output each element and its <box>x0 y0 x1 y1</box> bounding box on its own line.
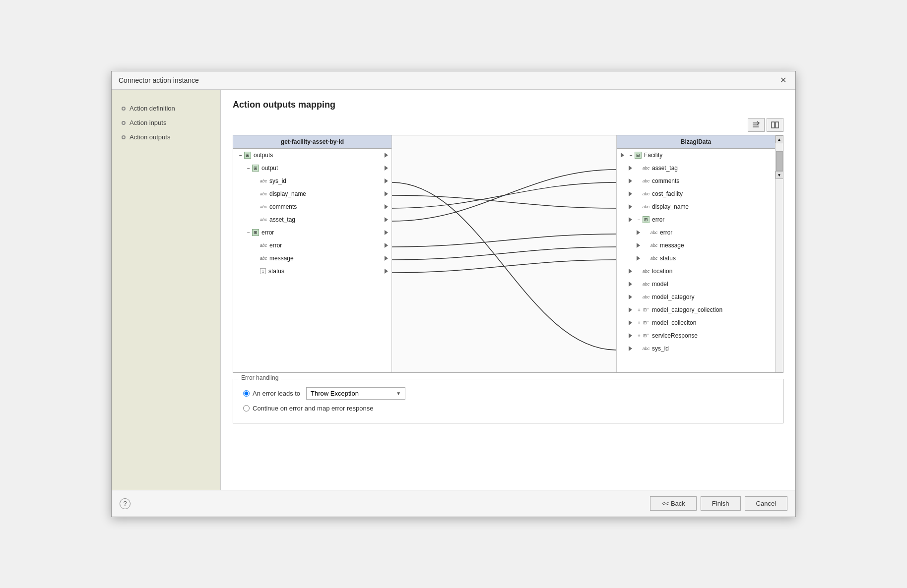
sidebar-item-action-outputs[interactable]: Action outputs <box>122 133 210 141</box>
tree-item-label: serviceResponse <box>652 332 698 339</box>
expand-icon[interactable]: − <box>237 152 244 159</box>
radio1-label[interactable]: An error leads to <box>243 390 300 397</box>
left-arrow-icon <box>637 230 642 235</box>
expand-icon <box>253 242 260 249</box>
help-button[interactable]: ? <box>120 498 130 509</box>
right-tree-items: −⊞Facilityabcasset_tagabccommentsabccost… <box>617 149 775 355</box>
left-arrow-icon <box>637 256 642 261</box>
expand-icon[interactable]: + <box>636 306 643 313</box>
scrollbar-thumb[interactable] <box>776 151 783 171</box>
tree-item-label: sys_id <box>269 177 286 184</box>
right-arrow-icon <box>385 269 389 274</box>
right-arrow-icon <box>385 243 389 248</box>
left-arrow-icon <box>629 320 634 325</box>
scroll-down-button[interactable]: ▼ <box>776 171 783 179</box>
left-tree-row: −⊞outputs <box>233 149 391 162</box>
expand-icon <box>636 345 643 352</box>
left-arrow-icon <box>629 282 634 287</box>
abc-icon: abc <box>260 255 267 262</box>
right-col-header: BizagiData <box>617 135 775 149</box>
view-button[interactable] <box>767 118 783 132</box>
main-content: Action outputs mapping <box>221 90 795 490</box>
dialog: Connector action instance ✕ Action defin… <box>111 71 796 517</box>
scroll-up-button[interactable]: ▲ <box>776 135 783 143</box>
tree-item-label: model_colleciton <box>652 319 696 326</box>
radio1-text: An error leads to <box>253 390 300 397</box>
left-tree-row: −⊞error <box>233 226 391 239</box>
back-button[interactable]: << Back <box>650 496 697 511</box>
sidebar-item-action-inputs[interactable]: Action inputs <box>122 119 210 126</box>
right-tree-row: abcsys_id <box>617 342 775 355</box>
title-bar: Connector action instance ✕ <box>112 71 795 90</box>
abc-icon: abc <box>643 294 649 300</box>
collection-icon: ⊞° <box>643 319 649 326</box>
map-button[interactable] <box>748 118 765 132</box>
radio1-input[interactable] <box>243 390 250 397</box>
left-arrow-icon <box>629 346 634 351</box>
right-arrow-icon <box>385 153 389 158</box>
expand-icon[interactable]: + <box>636 332 643 339</box>
right-tree-row: abcerror <box>617 226 775 239</box>
right-arrow-icon <box>385 230 389 235</box>
radio2-label[interactable]: Continue on error and map error response <box>243 405 374 412</box>
tree-item-label: error <box>261 229 274 236</box>
tree-item-label: model <box>652 281 668 288</box>
close-button[interactable]: ✕ <box>778 75 788 85</box>
expand-icon[interactable]: − <box>628 152 635 159</box>
bullet-icon <box>122 121 126 125</box>
left-tree-row: abcsys_id <box>233 175 391 187</box>
expand-icon[interactable]: − <box>245 229 252 236</box>
radio2-input[interactable] <box>243 405 250 412</box>
bullet-icon <box>122 107 126 111</box>
right-tree-row: −⊞Facility <box>617 149 775 162</box>
tree-item-label: model_category_collection <box>652 306 722 313</box>
toolbar <box>233 118 783 132</box>
connections-svg <box>392 135 616 372</box>
abc-icon: abc <box>650 242 657 249</box>
svg-rect-4 <box>776 122 778 128</box>
expand-icon[interactable]: − <box>636 216 643 223</box>
finish-button[interactable]: Finish <box>701 496 741 511</box>
left-tree-row: abcmessage <box>233 252 391 265</box>
left-tree: get-facility-asset-by-id −⊞outputs−⊞outp… <box>233 135 392 372</box>
expand-icon <box>253 203 260 210</box>
expand-icon <box>636 294 643 300</box>
expand-icon[interactable]: − <box>245 165 252 172</box>
left-tree-row: abcasset_tag <box>233 213 391 226</box>
expand-icon <box>636 177 643 184</box>
cancel-button[interactable]: Cancel <box>745 496 787 511</box>
vertical-scrollbar[interactable]: ▲ ▼ <box>775 135 783 372</box>
left-arrow-icon <box>629 178 634 183</box>
abc-icon: abc <box>260 242 267 249</box>
tree-item-label: Facility <box>644 152 662 159</box>
right-tree-row: abcdisplay_name <box>617 200 775 213</box>
right-tree: BizagiData −⊞Facilityabcasset_tagabccomm… <box>616 135 775 372</box>
abc-icon: abc <box>643 345 649 352</box>
right-tree-row: abccomments <box>617 175 775 187</box>
error-row-1: An error leads to Throw Exception ▼ <box>243 387 773 400</box>
abc-icon: abc <box>643 190 649 197</box>
page-title: Action outputs mapping <box>233 100 783 110</box>
left-arrow-icon <box>629 166 634 171</box>
table-icon: ⊞ <box>252 165 259 172</box>
right-arrow-icon <box>385 217 389 222</box>
throw-exception-dropdown[interactable]: Throw Exception ▼ <box>306 387 405 400</box>
tree-item-label: error <box>652 216 664 223</box>
sidebar-item-action-definition[interactable]: Action definition <box>122 105 210 112</box>
left-arrow-icon <box>629 307 634 312</box>
left-tree-row: −⊞output <box>233 162 391 175</box>
bullet-icon <box>122 135 126 139</box>
tree-item-label: error <box>660 229 672 236</box>
left-arrow-icon <box>629 294 634 299</box>
tree-item-label: location <box>652 268 672 275</box>
sidebar-item-label: Action inputs <box>130 119 166 126</box>
expand-icon[interactable]: + <box>636 319 643 326</box>
right-tree-row: abcmodel <box>617 278 775 291</box>
dropdown-arrow-icon: ▼ <box>396 391 401 396</box>
left-tree-row: 1status <box>233 265 391 278</box>
right-tree-row: +⊞°serviceResponse <box>617 329 775 342</box>
tree-item-label: asset_tag <box>652 165 678 172</box>
left-col-header: get-facility-asset-by-id <box>233 135 391 149</box>
left-arrow-icon <box>629 204 634 209</box>
abc-icon: abc <box>643 268 649 275</box>
